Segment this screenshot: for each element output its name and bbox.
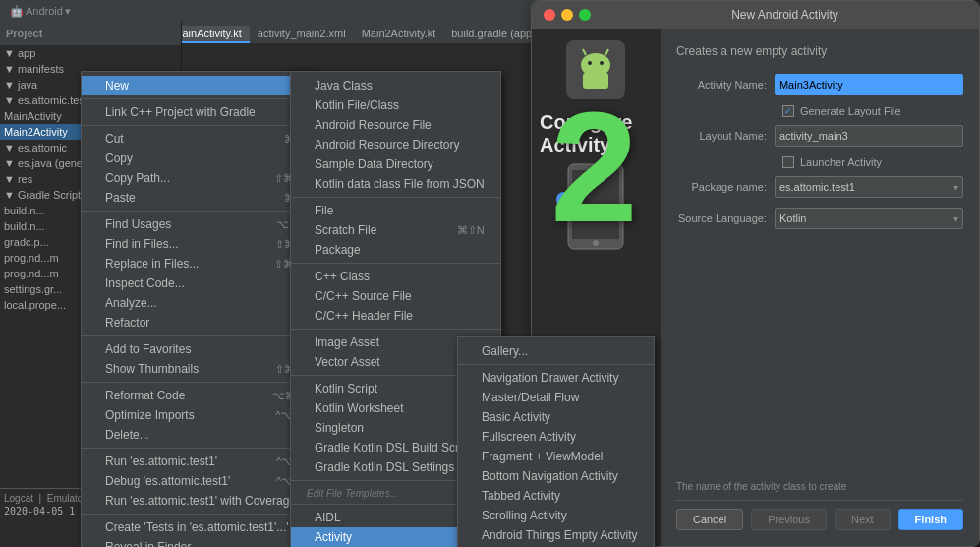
new-kotlin-data-class[interactable]: Kotlin data class File from JSON: [291, 174, 500, 194]
new-cpp-class[interactable]: C++ Class: [291, 267, 500, 286]
dialog-title: New Android Activity: [603, 8, 967, 22]
previous-button[interactable]: Previous: [751, 509, 827, 530]
menu-optimize[interactable]: Optimize Imports^⌥O: [82, 405, 317, 425]
form-note: The name of the activity class to create: [676, 481, 963, 492]
new-cpp-header[interactable]: C/C++ Header File: [291, 306, 500, 326]
menu-run-coverage[interactable]: Run 'es.attomic.test1' with Coverage: [82, 491, 317, 511]
activity-name-label: Activity Name:: [676, 79, 775, 91]
menu-reveal[interactable]: Reveal in Finder: [82, 537, 317, 547]
generate-layout-checkbox[interactable]: ✓: [782, 105, 794, 117]
dropdown-arrow-lang-icon: ▾: [953, 213, 958, 224]
act-nav-drawer[interactable]: Navigation Drawer Activity: [458, 368, 654, 388]
next-button[interactable]: Next: [835, 509, 891, 530]
act-things-empty[interactable]: Android Things Empty Activity: [458, 525, 654, 545]
generate-layout-label: Generate Layout File: [800, 105, 901, 117]
act-basic[interactable]: Basic Activity: [458, 407, 654, 427]
activity-submenu: Gallery... Navigation Drawer Activity Ma…: [457, 336, 655, 547]
menu-reformat[interactable]: Reformat Code⌥⌘L: [82, 386, 317, 405]
divider: [291, 263, 500, 264]
activity-name-input[interactable]: [775, 74, 963, 95]
divider: [82, 514, 317, 515]
layout-name-input[interactable]: [775, 125, 963, 147]
new-package[interactable]: Package: [291, 240, 500, 260]
menu-copy-path[interactable]: Copy Path...⇧⌘C: [82, 168, 317, 188]
new-sample-data[interactable]: Sample Data Directory: [291, 154, 500, 174]
divider: [82, 448, 317, 449]
menu-paste[interactable]: Paste⌘V: [82, 188, 317, 208]
minimize-button[interactable]: [561, 9, 573, 21]
new-java-class[interactable]: Java Class: [291, 76, 500, 95]
source-lang-label: Source Language:: [676, 213, 775, 224]
divider: [458, 364, 654, 365]
dialog-titlebar: New Android Activity: [532, 1, 979, 29]
cancel-button[interactable]: Cancel: [676, 509, 743, 530]
svg-line-4: [583, 49, 586, 55]
launcher-checkbox[interactable]: [782, 156, 794, 168]
act-tabbed[interactable]: Tabbed Activity: [458, 486, 654, 506]
maximize-button[interactable]: [579, 9, 591, 21]
svg-point-1: [588, 61, 592, 65]
menu-link-cpp[interactable]: Link C++ Project with Gradle: [82, 102, 317, 122]
svg-line-5: [605, 49, 608, 55]
activity-name-row: Activity Name:: [676, 74, 963, 95]
dropdown-arrow-icon: ▾: [953, 182, 958, 193]
launcher-row: Launcher Activity: [782, 156, 963, 168]
menu-refactor[interactable]: Refactor▶: [82, 313, 317, 333]
act-master-detail[interactable]: Master/Detail Flow: [458, 388, 654, 407]
dialog-buttons: Cancel Previous Next Finish: [676, 500, 963, 530]
menu-add-favorites[interactable]: Add to Favorites: [82, 339, 317, 359]
menu-debug[interactable]: Debug 'es.attomic.test1'^⌥D: [82, 471, 317, 491]
menu-create-tests[interactable]: Create 'Tests in 'es.attomic.test1'...': [82, 517, 317, 537]
svg-point-2: [600, 61, 604, 65]
act-fullscreen[interactable]: Fullscreen Activity: [458, 427, 654, 447]
menu-thumbnails[interactable]: Show Thumbnails⇧⌘T: [82, 359, 317, 379]
divider: [82, 211, 317, 212]
menu-cut[interactable]: Cut⌘X: [82, 129, 317, 149]
layout-name-label: Layout Name:: [676, 130, 775, 142]
divider: [82, 382, 317, 383]
main-context-menu: New ▶ Link C++ Project with Gradle Cut⌘X…: [81, 71, 318, 547]
new-scratch-file[interactable]: Scratch File⌘⇧N: [291, 220, 500, 240]
divider: [82, 98, 317, 99]
package-name-dropdown[interactable]: es.attomic.test1 ▾: [775, 176, 963, 198]
act-scrolling[interactable]: Scrolling Activity: [458, 506, 654, 525]
new-file[interactable]: File: [291, 201, 500, 220]
divider: [291, 197, 500, 198]
layout-name-row: Layout Name:: [676, 125, 963, 147]
step-number-2: 2: [550, 89, 638, 246]
new-cpp-source[interactable]: C/C++ Source File: [291, 286, 500, 306]
new-android-resource-dir[interactable]: Android Resource Directory: [291, 135, 500, 154]
launcher-label: Launcher Activity: [800, 156, 882, 168]
dialog-subtitle: Creates a new empty activity: [676, 44, 963, 58]
menu-find-in-files[interactable]: Find in Files...⇧⌘F: [82, 234, 317, 254]
menu-analyze[interactable]: Analyze...: [82, 293, 317, 313]
finish-button[interactable]: Finish: [898, 509, 963, 530]
generate-layout-row: ✓ Generate Layout File: [782, 105, 963, 117]
divider: [82, 335, 317, 336]
package-name-label: Package name:: [676, 181, 775, 193]
traffic-lights: [544, 9, 591, 21]
menu-copy[interactable]: Copy: [82, 149, 317, 168]
act-bottom-nav[interactable]: Bottom Navigation Activity: [458, 466, 654, 486]
divider: [82, 125, 317, 126]
menu-find-usages[interactable]: Find Usages⌥F7: [82, 214, 317, 234]
source-lang-dropdown[interactable]: Kotlin ▾: [775, 208, 963, 229]
menu-inspect[interactable]: Inspect Code...: [82, 274, 317, 293]
android-label: 🤖 Android ▾: [4, 5, 77, 18]
new-kotlin-file[interactable]: Kotlin File/Class: [291, 95, 500, 115]
menu-run[interactable]: Run 'es.attomic.test1'^⌥R: [82, 452, 317, 471]
menu-delete[interactable]: Delete...: [82, 425, 317, 445]
act-gallery[interactable]: Gallery...: [458, 341, 654, 361]
dialog-right-panel: Creates a new empty activity Activity Na…: [661, 29, 979, 546]
divider: [291, 329, 500, 330]
source-lang-row: Source Language: Kotlin ▾: [676, 208, 963, 229]
package-name-row: Package name: es.attomic.test1 ▾: [676, 176, 963, 198]
close-button[interactable]: [544, 9, 555, 21]
menu-new[interactable]: New ▶: [82, 76, 317, 95]
act-fragment-viewmodel[interactable]: Fragment + ViewModel: [458, 447, 654, 466]
new-android-resource-file[interactable]: Android Resource File: [291, 115, 500, 135]
menu-replace[interactable]: Replace in Files...⇧⌘R: [82, 254, 317, 274]
